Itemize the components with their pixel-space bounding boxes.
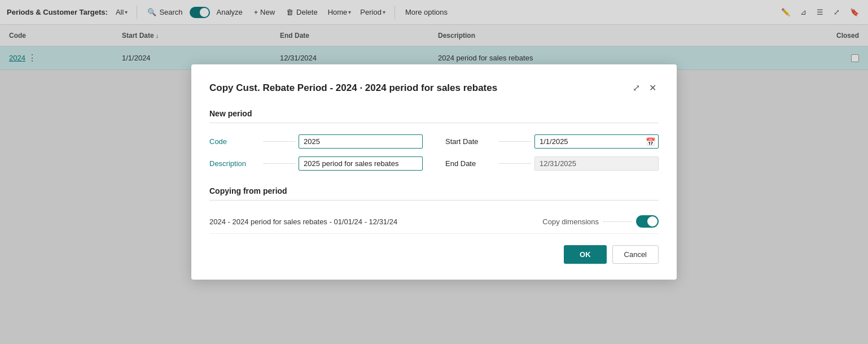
- expand-modal-icon[interactable]: ⤢: [630, 80, 642, 95]
- modal-title: Copy Cust. Rebate Period - 2024 · 2024 p…: [209, 82, 497, 94]
- start-date-dotted-line: [499, 141, 531, 142]
- copying-section-title: Copying from period: [209, 186, 659, 201]
- description-input[interactable]: [299, 156, 423, 171]
- copy-dimensions-label: Copy dimensions: [542, 217, 599, 226]
- code-dotted-line: [264, 141, 295, 142]
- code-input[interactable]: [299, 134, 423, 149]
- code-form-row: Code: [209, 134, 423, 149]
- copy-source-text: 2024 - 2024 period for sales rebates - 0…: [209, 217, 397, 226]
- description-form-row: Description: [209, 156, 423, 171]
- copy-row: 2024 - 2024 period for sales rebates - 0…: [209, 210, 659, 234]
- modal-footer: OK Cancel: [209, 245, 659, 264]
- end-date-label: End Date: [445, 159, 496, 168]
- new-period-section-title: New period: [209, 109, 659, 123]
- copy-dims-dotted-line: [603, 221, 632, 222]
- start-date-label: Start Date: [445, 137, 496, 146]
- form-grid: Code Start Date 📅 Description: [209, 134, 659, 171]
- cancel-button[interactable]: Cancel: [612, 245, 659, 264]
- modal-header-actions: ⤢ ✕: [630, 80, 659, 95]
- calendar-icon[interactable]: 📅: [646, 137, 655, 146]
- end-date-dotted-line: [499, 163, 531, 164]
- close-modal-icon[interactable]: ✕: [647, 80, 659, 95]
- code-label: Code: [209, 137, 260, 146]
- description-label: Description: [209, 159, 260, 168]
- modal-dialog: Copy Cust. Rebate Period - 2024 · 2024 p…: [191, 64, 677, 280]
- description-dotted-line: [264, 163, 295, 164]
- copy-dimensions-row: Copy dimensions: [542, 215, 659, 228]
- start-date-form-row: Start Date 📅: [445, 134, 659, 149]
- start-date-input-wrapper: 📅: [534, 134, 659, 149]
- modal-overlay: Copy Cust. Rebate Period - 2024 · 2024 p…: [0, 0, 868, 344]
- end-date-input: [534, 156, 659, 171]
- copy-dimensions-toggle[interactable]: [636, 215, 659, 228]
- modal-header: Copy Cust. Rebate Period - 2024 · 2024 p…: [209, 80, 659, 95]
- end-date-form-row: End Date: [445, 156, 659, 171]
- start-date-input[interactable]: [534, 134, 659, 149]
- ok-button[interactable]: OK: [564, 245, 607, 264]
- copy-section: Copying from period 2024 - 2024 period f…: [209, 186, 659, 234]
